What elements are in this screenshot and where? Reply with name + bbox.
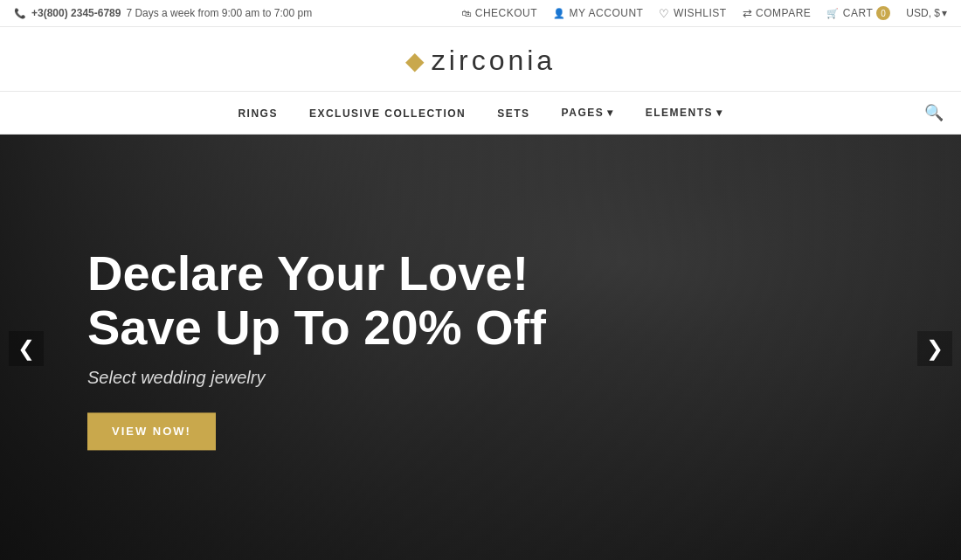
hero-slider: Declare Your Love! Save Up To 20% Off Se… [0,135,961,560]
account-link[interactable]: MY ACCOUNT [553,7,643,19]
compare-link[interactable]: COMPARE [743,7,812,20]
hero-title-line2: Save Up To 20% Off [87,300,546,355]
nav-item-pages[interactable]: PAGES ▾ [562,107,614,119]
account-label: MY ACCOUNT [570,7,644,19]
hero-cta-button[interactable]: VIEW NOW! [87,413,216,451]
cart-icon [826,7,840,19]
hero-content: Declare Your Love! Save Up To 20% Off Se… [87,246,546,450]
contact-info: +3(800) 2345-6789 7 Days a week from 9:0… [14,7,312,19]
nav-link-sets[interactable]: SETS [497,107,529,120]
top-bar: +3(800) 2345-6789 7 Days a week from 9:0… [0,0,961,27]
pages-chevron-icon: ▾ [607,107,614,119]
cart-link[interactable]: CART 0 [826,6,890,20]
compare-label: COMPARE [756,7,811,19]
wishlist-link[interactable]: WISHLIST [659,7,726,20]
nav-item-elements[interactable]: ELEMENTS ▾ [646,107,723,119]
account-icon [553,7,566,19]
search-icon: 🔍 [924,104,944,121]
search-button[interactable]: 🔍 [924,103,944,122]
checkout-label: CHECKOUT [475,7,537,19]
nav-item-rings[interactable]: RINGS [238,105,278,121]
logo-area: ◆ zirconia [0,27,961,91]
hero-title-line1: Declare Your Love! [87,245,529,301]
business-hours: 7 Days a week from 9:00 am to 7:00 pm [126,7,312,19]
nav-link-exclusive[interactable]: EXCLUSIVE COLLECTION [309,107,466,120]
nav-item-sets[interactable]: SETS [497,105,529,121]
currency-selector[interactable]: USD, $ ▾ [906,7,947,19]
slider-prev-button[interactable]: ❮ [9,331,44,366]
currency-chevron-icon: ▾ [942,7,947,19]
compare-icon [743,7,753,20]
nav-link-rings[interactable]: RINGS [238,107,278,120]
nav-link-pages[interactable]: PAGES ▾ [562,107,614,119]
logo-diamond-icon: ◆ [405,46,425,75]
hero-title: Declare Your Love! Save Up To 20% Off [87,246,546,354]
logo-text[interactable]: zirconia [432,45,556,77]
nav-link-elements[interactable]: ELEMENTS ▾ [646,107,723,119]
wishlist-label: WISHLIST [674,7,727,19]
wishlist-icon [659,7,670,20]
phone-number: +3(800) 2345-6789 [31,7,121,19]
cart-count: 0 [876,6,890,20]
phone-icon [14,7,26,19]
main-nav: RINGS EXCLUSIVE COLLECTION SETS PAGES ▾ … [0,91,961,135]
top-bar-actions: CHECKOUT MY ACCOUNT WISHLIST COMPARE CAR… [461,6,947,20]
checkout-link[interactable]: CHECKOUT [461,7,537,19]
cart-label: CART [843,7,873,19]
nav-item-exclusive[interactable]: EXCLUSIVE COLLECTION [309,105,466,121]
hero-subtitle: Select wedding jewelry [87,369,546,389]
currency-label: USD, $ [906,7,940,19]
slider-next-button[interactable]: ❯ [917,331,952,366]
checkout-icon [461,7,472,19]
elements-chevron-icon: ▾ [716,107,723,119]
nav-items-list: RINGS EXCLUSIVE COLLECTION SETS PAGES ▾ … [238,105,722,121]
